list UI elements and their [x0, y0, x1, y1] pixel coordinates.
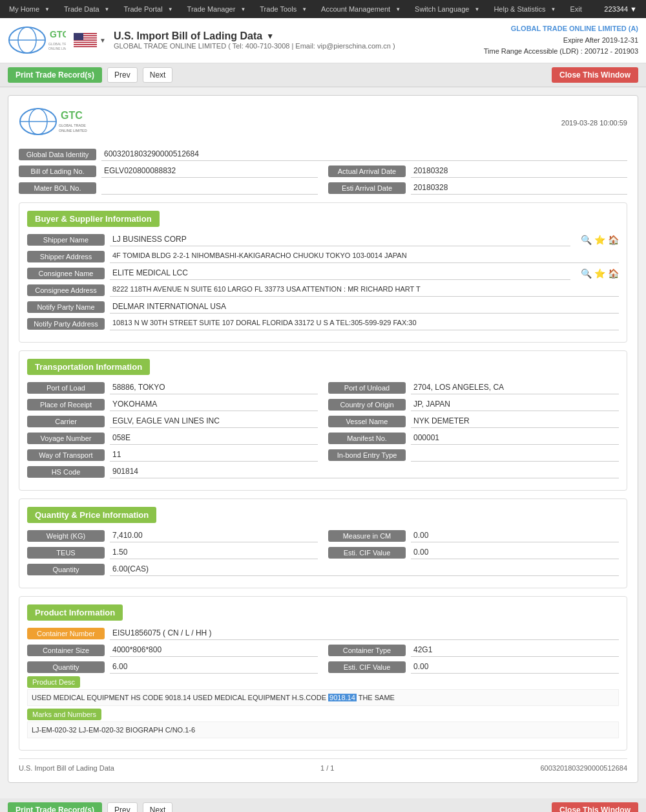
notify-party-address-row: Notify Party Address 10813 N W 30TH STRE…: [27, 317, 619, 330]
page-header: GTC GLOBAL TRADE ONLINE LIMITED ▼ U.S. I…: [0, 18, 646, 63]
carrier-label: Carrier: [27, 416, 105, 427]
esti-cif-value: 0.00: [411, 546, 619, 559]
mater-bol-esti-row: Mater BOL No. Esti Arrival Date 20180328: [19, 182, 627, 195]
manifest-no-label: Manifest No.: [328, 433, 406, 444]
esti-cif-label: Esti. CIF Value: [328, 547, 406, 559]
port-of-load-value: 58886, TOKYO: [110, 381, 318, 394]
teus-label: TEUS: [27, 547, 105, 559]
shipper-name-row: Shipper Name LJ BUSINESS CORP 🔍 ⭐ 🏠: [27, 233, 619, 246]
weight-label: Weight (KG): [27, 530, 105, 542]
next-button-top[interactable]: Next: [143, 67, 173, 83]
shipper-star-icon[interactable]: ⭐: [594, 235, 605, 245]
top-toolbar: Print Trade Record(s) Prev Next Close Th…: [0, 63, 646, 87]
manifest-no-value: 000001: [411, 432, 619, 445]
measure-cm-field: Measure in CM 0.00: [328, 529, 619, 542]
nav-account-management[interactable]: Account Management ▼: [317, 5, 408, 13]
qty-row: Quantity 6.00(CAS): [27, 563, 619, 576]
port-of-unload-field: Port of Unload 2704, LOS ANGELES, CA: [328, 381, 619, 394]
close-button-top[interactable]: Close This Window: [552, 67, 638, 83]
container-number-value: EISU1856075 ( CN / L / HH ): [110, 627, 619, 640]
expire-date: Expire After 2019-12-31: [484, 35, 638, 47]
voyage-manifest-row: Voyage Number 058E Manifest No. 000001: [27, 432, 619, 445]
print-button-bottom[interactable]: Print Trade Record(s): [8, 802, 102, 812]
consignee-name-value: ELITE MEDICAL LCC: [110, 267, 570, 280]
way-of-transport-label: Way of Transport: [27, 449, 105, 461]
weight-measure-row: Weight (KG) 7,410.00 Measure in CM 0.00: [27, 529, 619, 542]
prev-button-top[interactable]: Prev: [107, 67, 138, 83]
svg-rect-13: [74, 33, 83, 40]
carrier-value: EGLV, EAGLE VAN LINES INC: [110, 415, 318, 428]
measure-cm-value: 0.00: [411, 529, 619, 542]
product-esti-cif-label: Esti. CIF Value: [328, 661, 406, 673]
logo-area: GTC GLOBAL TRADE ONLINE LIMITED: [8, 26, 66, 55]
svg-text:GLOBAL TRADE: GLOBAL TRADE: [59, 123, 86, 127]
close-button-bottom[interactable]: Close This Window: [552, 802, 638, 812]
title-dropdown-arrow[interactable]: ▼: [266, 32, 274, 41]
nav-trade-manager[interactable]: Trade Manager ▼: [183, 5, 254, 13]
product-desc-before: USED MEDICAL EQUIPMENT HS CODE 9018.14 U…: [32, 694, 328, 701]
print-button-top[interactable]: Print Trade Record(s): [8, 67, 102, 83]
vessel-name-value: NYK DEMETER: [411, 415, 619, 428]
bol-value: EGLV020800088832: [101, 165, 318, 178]
nav-trade-tools[interactable]: Trade Tools ▼: [256, 5, 315, 13]
nav-trade-portal[interactable]: Trade Portal ▼: [120, 5, 181, 13]
transportation-header: Transportation Information: [27, 359, 150, 375]
svg-rect-10: [74, 41, 97, 42]
bol-field: Bill of Lading No. EGLV020800088832: [19, 165, 318, 178]
esti-cif-field: Esti. CIF Value 0.00: [328, 546, 619, 559]
svg-text:GTC: GTC: [61, 110, 83, 121]
account-info: GLOBAL TRADE ONLINE LIMITED (A) Expire A…: [484, 23, 638, 58]
shipper-home-icon[interactable]: 🏠: [608, 235, 619, 245]
shipper-address-label: Shipper Address: [27, 251, 105, 262]
product-qty-value: 6.00: [110, 661, 318, 674]
shipper-name-label: Shipper Name: [27, 234, 105, 246]
nav-switch-language[interactable]: Switch Language ▼: [411, 5, 487, 13]
consignee-name-label: Consignee Name: [27, 268, 105, 279]
container-type-field: Container Type 42G1: [328, 644, 619, 657]
carrier-field: Carrier EGLV, EAGLE VAN LINES INC: [27, 415, 318, 428]
product-qty-cif-row: Quantity 6.00 Esti. CIF Value 0.00: [27, 661, 619, 674]
record-type-label: U.S. Import Bill of Lading Data: [19, 764, 114, 772]
actual-arrival-field: Actual Arrival Date 20180328: [328, 165, 627, 178]
in-bond-entry-field: In-bond Entry Type: [328, 449, 619, 462]
consignee-home-icon[interactable]: 🏠: [608, 268, 619, 279]
consignee-star-icon[interactable]: ⭐: [594, 268, 605, 279]
marks-numbers-label: Marks and Numbers: [27, 709, 101, 720]
shipper-address-value: 4F TOMIDA BLDG 2-2-1 NIHOMBASHI-KAKIGARA…: [110, 250, 619, 263]
record-id-footer: 6003201803290000512684: [540, 764, 627, 772]
nav-trade-data[interactable]: Trade Data ▼: [60, 5, 118, 13]
weight-field: Weight (KG) 7,410.00: [27, 529, 318, 542]
product-esti-cif-value: 0.00: [411, 661, 619, 674]
gtc-logo-svg: GTC GLOBAL TRADE ONLINE LIMITED: [8, 26, 66, 55]
teus-value: 1.50: [110, 546, 318, 559]
consignee-search-icon[interactable]: 🔍: [581, 268, 592, 279]
nav-help-statistics[interactable]: Help & Statistics ▼: [490, 5, 563, 13]
esti-arrival-value: 20180328: [411, 182, 627, 195]
qty-label: Quantity: [27, 564, 105, 575]
bol-arrival-row: Bill of Lading No. EGLV020800088832 Actu…: [19, 165, 627, 178]
country-of-origin-label: Country of Origin: [328, 399, 406, 411]
product-esti-cif-field: Esti. CIF Value 0.00: [328, 661, 619, 674]
record-card: GTC GLOBAL TRADE ONLINE LIMITED 2019-03-…: [8, 95, 638, 783]
in-bond-entry-value: [411, 449, 619, 462]
flag-area[interactable]: ▼: [74, 33, 106, 47]
way-of-transport-field: Way of Transport 11: [27, 449, 318, 462]
product-header: Product Information: [27, 604, 123, 621]
nav-exit[interactable]: Exit: [566, 5, 585, 13]
actual-arrival-label: Actual Arrival Date: [328, 166, 406, 177]
product-desc-text: USED MEDICAL EQUIPMENT HS CODE 9018.14 U…: [27, 689, 619, 706]
port-of-load-label: Port of Load: [27, 382, 105, 394]
next-button-bottom[interactable]: Next: [143, 802, 173, 812]
container-type-label: Container Type: [328, 645, 406, 656]
record-page: 1 / 1: [320, 764, 334, 772]
product-desc-highlight: 9018.14: [328, 694, 357, 701]
buyer-supplier-section: Buyer & Supplier Information Shipper Nam…: [19, 202, 627, 343]
flag-dropdown-arrow[interactable]: ▼: [99, 37, 106, 44]
place-of-receipt-value: YOKOHAMA: [110, 398, 318, 411]
shipper-search-icon[interactable]: 🔍: [581, 235, 592, 245]
shipper-name-value: LJ BUSINESS CORP: [110, 233, 570, 246]
nav-my-home[interactable]: My Home ▼: [5, 5, 57, 13]
port-row: Port of Load 58886, TOKYO Port of Unload…: [27, 381, 619, 394]
prev-button-bottom[interactable]: Prev: [107, 802, 138, 812]
teus-cif-row: TEUS 1.50 Esti. CIF Value 0.00: [27, 546, 619, 559]
